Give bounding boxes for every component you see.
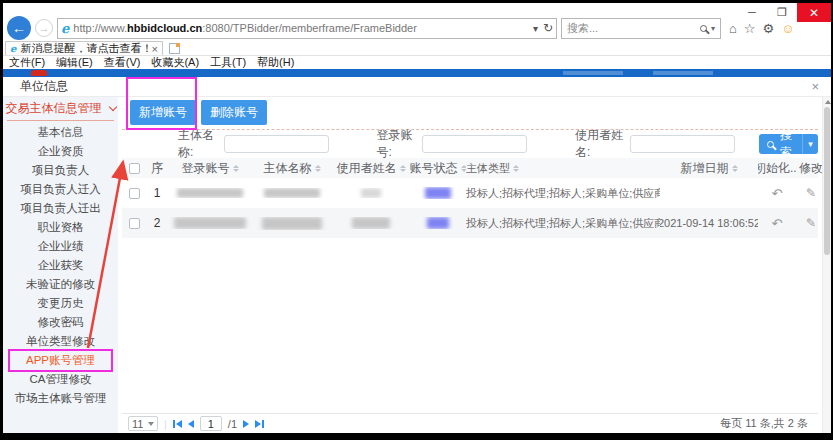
- menu-file[interactable]: 文件(F): [9, 55, 45, 70]
- maximize-button[interactable]: ❐: [767, 3, 797, 21]
- select-all-checkbox[interactable]: [129, 163, 140, 174]
- tab-favicon: e: [10, 44, 16, 54]
- sort-icon[interactable]: [732, 165, 738, 172]
- user-name-input[interactable]: [630, 135, 735, 153]
- favorites-icon[interactable]: ☆: [744, 21, 756, 36]
- close-window-button[interactable]: ✕: [797, 3, 831, 22]
- sort-icon[interactable]: [315, 165, 321, 172]
- created-date-cell: 2021-09-14 18:06:52: [660, 217, 758, 229]
- forward-icon[interactable]: →: [35, 19, 53, 37]
- sidebar-item-enterprise-awards[interactable]: 企业获奖: [3, 256, 118, 275]
- refresh-icon[interactable]: ↻: [543, 21, 553, 35]
- sidebar-item-app-account-management[interactable]: APP账号管理: [3, 351, 118, 370]
- entity-type-cell: 投标人;招标代理;招标人;采购单位;供应商;采购代理: [466, 186, 660, 201]
- row-checkbox[interactable]: [129, 188, 140, 199]
- sidebar-item-enterprise-qualification[interactable]: 企业资质: [3, 142, 118, 161]
- url-dropdown-icon[interactable]: ▾: [533, 23, 538, 34]
- row-seq: 2: [146, 216, 168, 230]
- next-page-button[interactable]: [243, 420, 249, 428]
- prev-page-button[interactable]: [188, 420, 194, 428]
- col-created-date[interactable]: 新增日期: [660, 160, 758, 177]
- back-icon[interactable]: ←: [7, 16, 31, 40]
- sidebar-item-ca-management-change[interactable]: CA管理修改: [3, 370, 118, 389]
- browser-search-box[interactable]: 搜索... ▾: [561, 18, 721, 39]
- minimize-button[interactable]: ─: [737, 3, 767, 21]
- scroll-up-icon[interactable]: [825, 100, 831, 104]
- address-bar[interactable]: e http://www.hbbidcloud.cn:8080/TPBidder…: [57, 18, 557, 39]
- sidebar-item-basic-info[interactable]: 基本信息: [3, 123, 118, 142]
- entity-type-cell: 投标人;招标代理;招标人;采购单位;供应商;采购代理: [466, 216, 660, 231]
- page-total-label: /1: [228, 418, 237, 430]
- tab-new-message[interactable]: e 新消息提醒，请点击查看！... ×: [5, 41, 163, 55]
- scrollbar-thumb[interactable]: [824, 107, 830, 255]
- menu-help[interactable]: 帮助(H): [257, 55, 294, 70]
- redacted-entity-name: [264, 188, 320, 198]
- sidebar-item-change-password[interactable]: 修改密码: [3, 313, 118, 332]
- sort-icon[interactable]: [513, 165, 519, 172]
- edit-icon[interactable]: ✎: [806, 186, 816, 200]
- redacted-user-name: [361, 188, 381, 198]
- menu-bar: 文件(F) 编辑(E) 查看(V) 收藏夹(A) 工具(T) 帮助(H): [3, 56, 831, 69]
- vertical-scrollbar[interactable]: [822, 97, 831, 433]
- sidebar-item-project-manager[interactable]: 项目负责人: [3, 161, 118, 180]
- settings-icon[interactable]: ⚙: [763, 21, 775, 36]
- pagination-summary: 每页 11 条,共 2 条: [720, 416, 808, 431]
- sidebar-item-market-entity-account-management[interactable]: 市场主体账号管理: [3, 389, 118, 408]
- first-page-button[interactable]: [173, 420, 182, 428]
- status-badge: [425, 187, 451, 199]
- search-icon[interactable]: [700, 25, 707, 32]
- initialize-password-icon[interactable]: ↶: [772, 186, 783, 201]
- search-dropdown-icon[interactable]: ▾: [711, 24, 715, 33]
- redacted-user-name: [352, 217, 390, 229]
- delete-account-button[interactable]: 删除账号: [201, 100, 267, 125]
- sidebar-item-unverified-changes[interactable]: 未验证的修改: [3, 275, 118, 294]
- add-account-button[interactable]: 新增账号: [130, 100, 196, 125]
- login-account-input[interactable]: [422, 135, 527, 153]
- table-header-row: 序 登录账号 主体名称 使用者姓名 账号状态 主体类型 新增日期 初始化... …: [122, 158, 818, 178]
- col-seq: 序: [146, 160, 168, 177]
- chevron-down-icon: [108, 103, 116, 111]
- sidebar-item-unit-type-change[interactable]: 单位类型修改: [3, 332, 118, 351]
- sidebar-item-professional-qualification[interactable]: 职业资格: [3, 218, 118, 237]
- search-icon: [767, 141, 774, 148]
- col-account-status[interactable]: 账号状态: [410, 160, 466, 177]
- tab-bar: e 新消息提醒，请点击查看！... ×: [3, 41, 831, 56]
- redacted-entity-name: [262, 217, 322, 230]
- browser-window: ─ ❐ ✕ ← → e http://www.hbbidcloud.cn:808…: [3, 3, 831, 433]
- page-size-select[interactable]: 11: [128, 416, 158, 431]
- menu-favorites[interactable]: 收藏夹(A): [151, 55, 199, 70]
- sort-icon[interactable]: [400, 165, 406, 172]
- browser-titlebar: ─ ❐ ✕: [3, 3, 831, 15]
- menu-view[interactable]: 查看(V): [104, 55, 141, 70]
- col-login-account[interactable]: 登录账号: [168, 160, 252, 177]
- new-tab-button[interactable]: [169, 43, 180, 54]
- col-entity-name[interactable]: 主体名称: [252, 160, 332, 177]
- last-page-button[interactable]: [255, 420, 264, 428]
- sidebar-item-project-manager-in[interactable]: 项目负责人迁入: [3, 180, 118, 199]
- sort-icon[interactable]: [233, 165, 239, 172]
- feedback-icon[interactable]: ☺: [781, 21, 794, 36]
- row-checkbox[interactable]: [129, 218, 140, 229]
- site-nav-deco: [653, 71, 713, 75]
- status-badge: [427, 217, 449, 229]
- entity-name-input[interactable]: [224, 135, 329, 153]
- sidebar-item-project-manager-out[interactable]: 项目负责人迁出: [3, 199, 118, 218]
- page-number-input[interactable]: [200, 416, 222, 431]
- search-options-button[interactable]: ▾: [802, 134, 818, 154]
- site-logo: [31, 70, 47, 76]
- menu-tools[interactable]: 工具(T): [210, 55, 246, 70]
- col-user-name[interactable]: 使用者姓名: [332, 160, 410, 177]
- sidebar-item-enterprise-performance[interactable]: 企业业绩: [3, 237, 118, 256]
- sidebar-item-change-history[interactable]: 变更历史: [3, 294, 118, 313]
- search-button[interactable]: 搜索: [759, 134, 802, 154]
- tab-close-icon[interactable]: ×: [152, 43, 158, 55]
- panel-close-icon[interactable]: ×: [811, 79, 819, 94]
- menu-edit[interactable]: 编辑(E): [56, 55, 93, 70]
- home-icon[interactable]: ⌂: [729, 21, 737, 36]
- col-entity-type[interactable]: 主体类型: [466, 161, 660, 176]
- pagination-bar: 11 | /1 每页 11 条,共 2 条: [122, 413, 818, 433]
- edit-icon[interactable]: ✎: [806, 216, 816, 230]
- initialize-password-icon[interactable]: ↶: [772, 216, 783, 231]
- sidebar-group-header[interactable]: 交易主体信息管理: [3, 97, 118, 120]
- tab-title: 新消息提醒，请点击查看！...: [20, 41, 147, 56]
